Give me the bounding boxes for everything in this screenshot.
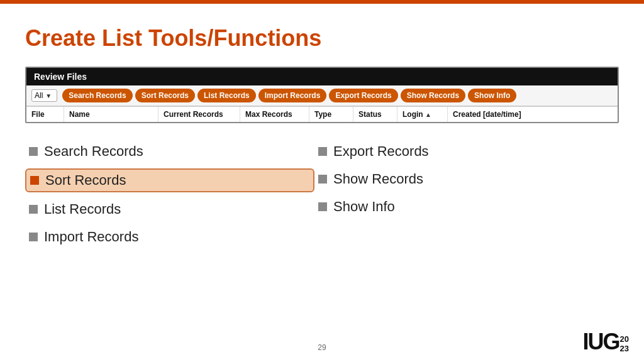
content-area: Search Records Sort Records List Records… <box>25 141 619 254</box>
show-records-button[interactable]: Show Records <box>401 89 465 102</box>
filter-select[interactable]: All ▼ <box>31 89 57 102</box>
col-status: Status <box>353 107 397 122</box>
bullet-list-records: List Records <box>25 199 314 220</box>
import-records-button[interactable]: Import Records <box>258 89 327 102</box>
bullet-label: Show Records <box>333 171 423 187</box>
review-panel: Review Files All ▼ Search Records Sort R… <box>25 67 619 123</box>
bullet-show-info: Show Info <box>314 196 604 217</box>
filter-arrow-icon: ▼ <box>45 92 52 99</box>
bullet-search-records: Search Records <box>25 141 314 162</box>
search-records-button[interactable]: Search Records <box>62 89 132 102</box>
col-max-records: Max Records <box>240 107 309 122</box>
bullet-label: Export Records <box>333 143 429 160</box>
left-column: Search Records Sort Records List Records… <box>25 141 314 254</box>
export-records-button[interactable]: Export Records <box>329 89 397 102</box>
col-name: Name <box>64 107 158 122</box>
bullet-label: Show Info <box>333 199 395 215</box>
page-title: Create List Tools/Functions <box>25 25 619 52</box>
bullet-label: Sort Records <box>45 172 126 189</box>
bullet-label: List Records <box>44 201 121 217</box>
sort-records-button[interactable]: Sort Records <box>135 89 195 102</box>
bullet-show-records: Show Records <box>314 168 604 190</box>
iug-year-bottom: 23 <box>620 344 629 353</box>
col-current-records: Current Records <box>158 107 240 122</box>
bullet-import-records: Import Records <box>25 226 314 248</box>
col-type: Type <box>309 107 353 122</box>
table-header: File Name Current Records Max Records Ty… <box>26 106 618 122</box>
iug-logo-text: IUG <box>583 331 619 353</box>
bullet-icon <box>318 175 327 184</box>
filter-value: All <box>35 91 43 100</box>
iug-logo: IUG 20 23 <box>583 331 629 353</box>
bullet-icon <box>29 233 38 241</box>
sort-arrow-icon: ▲ <box>425 111 431 118</box>
show-info-button[interactable]: Show Info <box>468 89 516 102</box>
right-column: Export Records Show Records Show Info <box>314 141 604 254</box>
bullet-icon <box>318 147 327 156</box>
iug-year-top: 20 <box>620 335 629 344</box>
bullet-icon <box>30 176 39 185</box>
toolbar-row: All ▼ Search Records Sort Records List R… <box>26 85 618 106</box>
slide: Create List Tools/Functions Review Files… <box>0 0 644 362</box>
col-file: File <box>26 107 64 122</box>
bullet-export-records: Export Records <box>314 141 604 162</box>
bullet-icon <box>29 147 38 156</box>
bullet-icon <box>29 205 38 214</box>
col-created: Created [date/time] <box>448 107 548 122</box>
list-records-button[interactable]: List Records <box>197 89 256 102</box>
panel-header: Review Files <box>26 68 618 85</box>
bullet-label: Search Records <box>44 143 143 160</box>
col-login: Login ▲ <box>397 107 448 122</box>
bullet-icon <box>318 202 327 211</box>
bullet-sort-records: Sort Records <box>25 168 314 192</box>
iug-years: 20 23 <box>620 335 629 353</box>
bullet-label: Import Records <box>44 229 138 245</box>
page-number: 29 <box>318 343 326 352</box>
